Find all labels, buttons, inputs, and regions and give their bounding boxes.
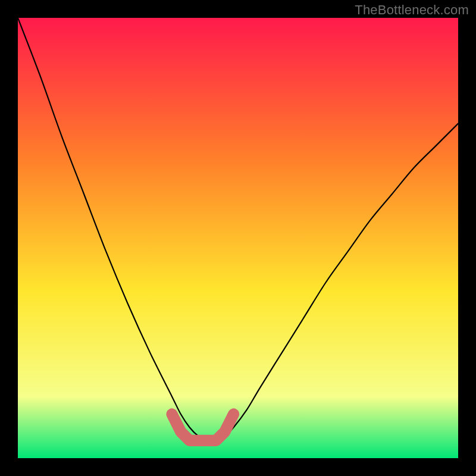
gradient-background <box>18 18 458 458</box>
plot-area <box>18 18 458 458</box>
watermark-text: TheBottleneck.com <box>355 2 469 18</box>
chart-svg <box>18 18 458 458</box>
chart-frame: TheBottleneck.com <box>0 0 476 476</box>
